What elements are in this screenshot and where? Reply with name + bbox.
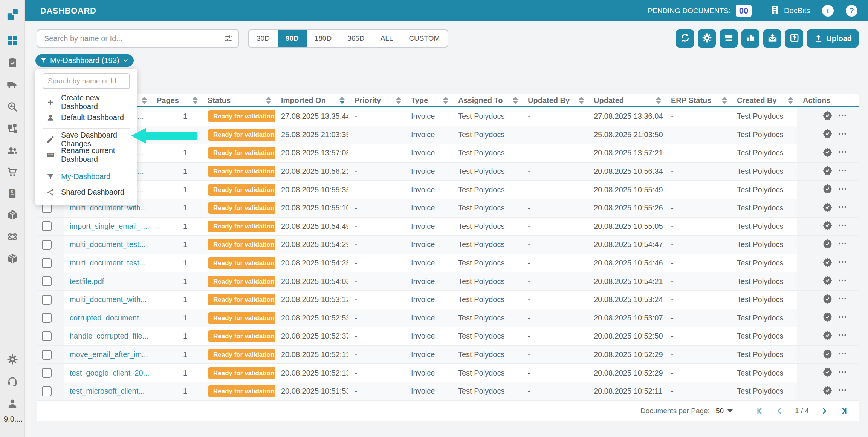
per-page-select[interactable]: 50 [716,407,733,415]
row-more-actions-icon[interactable] [837,312,847,324]
validate-seal-icon[interactable] [822,349,833,361]
sidebar-item-integrations-orbit[interactable] [7,231,18,242]
row-checkbox[interactable] [42,276,52,286]
row-more-actions-icon[interactable] [837,294,847,305]
document-name-link[interactable]: import_single_email_... [70,222,147,230]
document-name-link[interactable]: ... [138,130,144,139]
menu-item-my-dashboard[interactable]: My-Dashboard [35,169,137,184]
validate-seal-icon[interactable] [822,110,833,123]
sidebar-item-settings-gear[interactable] [7,354,18,365]
sidebar-item-procurement-cart[interactable] [7,166,18,178]
document-name-link[interactable]: ... [138,186,144,194]
export-tray-button[interactable] [785,29,803,48]
document-name-link[interactable]: move_email_after_im... [70,350,148,359]
row-more-actions-icon[interactable] [837,166,847,177]
validate-seal-icon[interactable] [822,385,833,397]
row-checkbox[interactable] [42,221,52,231]
column-header-assigned-to[interactable]: Assigned To [452,94,522,106]
sidebar-item-package[interactable] [7,209,18,221]
column-header-created-by[interactable]: Created By [731,94,797,106]
row-more-actions-icon[interactable] [837,257,847,269]
range-button-all[interactable]: ALL [373,30,401,47]
document-name-link[interactable]: multi_document_test... [70,259,145,267]
validate-seal-icon[interactable] [822,330,833,342]
document-name-link[interactable]: ... [138,167,144,175]
sync-button[interactable] [676,29,694,48]
row-checkbox[interactable] [42,313,52,323]
range-button-90d[interactable]: 90D [278,30,307,47]
last-page-button[interactable] [838,406,848,416]
sidebar-item-support-headset[interactable] [7,376,18,387]
row-more-actions-icon[interactable] [837,385,847,397]
row-more-actions-icon[interactable] [837,349,847,360]
row-more-actions-icon[interactable] [837,147,847,159]
sort-arrows[interactable] [142,97,147,104]
row-more-actions-icon[interactable] [837,239,847,250]
search-input[interactable] [37,34,223,43]
sidebar-item-users[interactable] [7,145,18,156]
sidebar-item-analytics-search[interactable] [7,101,18,112]
sidebar-item-tasks-clipboard[interactable] [7,57,18,68]
menu-item-shared-dashbaord[interactable]: Shared Dashbaord [35,184,137,200]
mail-import-button[interactable] [763,29,781,48]
sort-arrows[interactable] [443,97,448,104]
statistics-button[interactable] [741,29,760,48]
sidebar-item-shipping-truck[interactable] [7,79,18,90]
next-page-button[interactable] [819,406,829,416]
row-checkbox[interactable] [42,258,52,268]
row-checkbox[interactable] [42,350,52,360]
validate-seal-icon[interactable] [822,129,833,141]
dashboard-menu-search-input[interactable] [43,73,130,89]
column-header-status[interactable]: Status [202,94,275,106]
sort-arrows[interactable] [266,97,271,104]
validate-seal-icon[interactable] [822,257,833,269]
document-name-link[interactable]: ... [138,149,144,157]
row-checkbox[interactable] [42,240,52,250]
validate-seal-icon[interactable] [822,147,833,159]
first-page-button[interactable] [756,406,766,416]
menu-item-default-dashboard[interactable]: Default Dashboard [35,110,137,125]
previous-page-button[interactable] [775,406,784,416]
row-checkbox[interactable] [42,331,52,341]
filter-tune-icon[interactable] [223,34,233,43]
sidebar-item-invoice-document[interactable]: $ [7,188,18,199]
sort-arrows[interactable] [656,97,661,104]
validate-seal-icon[interactable] [822,275,833,287]
column-header-type[interactable]: Type [405,94,452,106]
validate-seal-icon[interactable] [822,184,833,196]
validate-seal-icon[interactable] [822,367,833,379]
row-checkbox[interactable] [42,386,52,396]
validate-seal-icon[interactable] [822,166,833,178]
sidebar-item-profile-person[interactable] [7,398,18,409]
sidebar-item-dashboard-grid[interactable] [7,35,18,46]
column-header-updated-by[interactable]: Updated By [522,94,588,106]
row-more-actions-icon[interactable] [837,330,847,342]
sort-arrows[interactable] [722,97,727,104]
column-header-updated[interactable]: Updated [588,94,665,106]
document-name-link[interactable]: corrupted_document... [70,314,145,322]
document-name-link[interactable]: test_google_client_20... [70,369,149,377]
validate-seal-icon[interactable] [822,312,833,324]
document-name-link[interactable]: test_microsoft_client... [70,387,145,395]
dashboard-selector-button[interactable]: My-Dashboard (193) [35,54,134,67]
row-more-actions-icon[interactable] [837,129,847,141]
sort-arrows[interactable] [396,97,401,104]
row-checkbox[interactable] [42,368,52,378]
menu-item-create-new-dashboard[interactable]: Create new Dashboard [35,94,137,110]
row-more-actions-icon[interactable] [837,184,847,196]
sidebar-item-package-alt[interactable] [7,253,18,264]
sort-arrows[interactable] [339,97,345,104]
row-more-actions-icon[interactable] [837,221,847,232]
sort-arrows[interactable] [788,97,793,104]
row-more-actions-icon[interactable] [837,276,847,287]
validate-seal-icon[interactable] [822,220,833,232]
row-more-actions-icon[interactable] [837,202,847,214]
menu-item-save-dashboard-changes[interactable]: Save Dashboard Changes [35,132,137,147]
help-icon[interactable]: ? [846,5,857,17]
document-name-link[interactable]: multi_document_with... [70,295,147,304]
document-name-link[interactable]: testfile.pdf [70,277,104,285]
document-name-link[interactable]: handle_corrupted_file... [70,332,148,340]
document-name-link[interactable]: ... [138,112,144,120]
row-more-actions-icon[interactable] [837,367,847,379]
row-more-actions-icon[interactable] [837,110,847,122]
